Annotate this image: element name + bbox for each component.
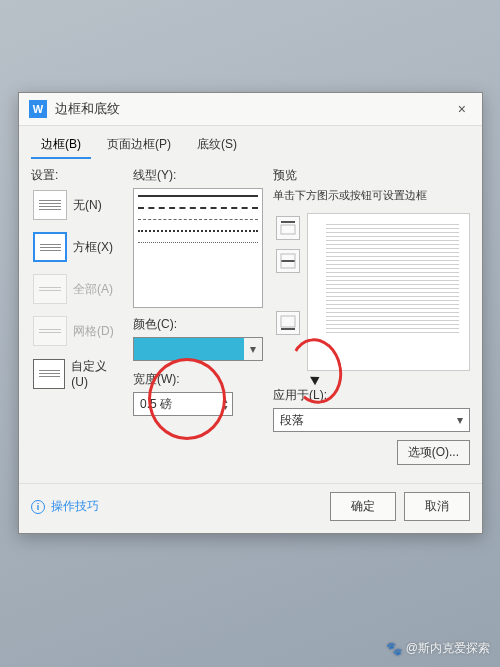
titlebar: W 边框和底纹 × <box>19 93 482 126</box>
watermark-text: @斯内克爱探索 <box>406 640 490 657</box>
options-button[interactable]: 选项(O)... <box>397 440 470 465</box>
line-style-label: 线型(Y): <box>133 167 263 184</box>
preview-paragraph <box>326 224 459 336</box>
line-style-dash[interactable] <box>138 207 258 209</box>
setting-custom-label: 自定义(U) <box>71 358 121 389</box>
apply-to-dropdown[interactable]: 段落 ▾ <box>273 408 470 432</box>
apply-to-value: 段落 <box>274 412 451 429</box>
line-style-dot-thin[interactable] <box>138 242 258 243</box>
setting-custom[interactable]: 自定义(U) <box>31 356 123 391</box>
dialog-body: 设置: 无(N) 方框(X) 全部(A) <box>19 159 482 477</box>
chevron-down-icon: ▾ <box>451 413 469 427</box>
ok-button[interactable]: 确定 <box>330 492 396 521</box>
custom-icon <box>33 359 65 389</box>
svg-rect-5 <box>281 316 295 327</box>
setting-box[interactable]: 方框(X) <box>31 230 123 264</box>
apply-to-label: 应用于(L): <box>273 387 470 404</box>
line-style-solid[interactable] <box>138 195 258 197</box>
tips-link[interactable]: i 操作技巧 <box>31 498 322 515</box>
line-style-dot[interactable] <box>138 230 258 232</box>
style-column: 线型(Y): 颜色(C): ▾ 宽度(W): 0.5 磅 ▲▼ <box>133 167 263 471</box>
border-bottom-button[interactable] <box>276 311 300 335</box>
preview-area <box>273 213 470 371</box>
tab-border[interactable]: 边框(B) <box>31 132 91 159</box>
svg-rect-1 <box>281 225 295 234</box>
width-spinner[interactable]: 0.5 磅 ▲▼ <box>133 392 233 416</box>
border-top-icon <box>280 220 296 236</box>
apply-to-row: 应用于(L): 段落 ▾ 选项(O)... <box>273 387 470 465</box>
preview-column: 预览 单击下方图示或按钮可设置边框 <box>273 167 470 471</box>
preview-label: 预览 <box>273 167 470 184</box>
tab-page-border[interactable]: 页面边框(P) <box>97 132 181 159</box>
color-dropdown[interactable]: ▾ <box>133 337 263 361</box>
chevron-down-icon: ▾ <box>244 342 262 356</box>
preview-desc: 单击下方图示或按钮可设置边框 <box>273 188 470 203</box>
paw-icon: 🐾 <box>386 641 402 656</box>
color-swatch <box>134 338 244 360</box>
setting-grid[interactable]: 网格(D) <box>31 314 123 348</box>
width-value: 0.5 磅 <box>134 396 222 413</box>
wps-app-icon: W <box>29 100 47 118</box>
preview-canvas[interactable] <box>307 213 470 371</box>
setting-all[interactable]: 全部(A) <box>31 272 123 306</box>
setting-none[interactable]: 无(N) <box>31 188 123 222</box>
border-top-button[interactable] <box>276 216 300 240</box>
color-label: 颜色(C): <box>133 316 263 333</box>
tab-shading[interactable]: 底纹(S) <box>187 132 247 159</box>
tab-strip: 边框(B) 页面边框(P) 底纹(S) <box>19 126 482 159</box>
setting-grid-label: 网格(D) <box>73 323 114 340</box>
dialog-title: 边框和底纹 <box>55 100 452 118</box>
dialog-footer: i 操作技巧 确定 取消 <box>19 483 482 533</box>
width-label: 宽度(W): <box>133 371 263 388</box>
settings-label: 设置: <box>31 167 123 184</box>
border-middle-button[interactable] <box>276 249 300 273</box>
none-icon <box>33 190 67 220</box>
line-style-dash-thin[interactable] <box>138 219 258 220</box>
border-bottom-icon <box>280 315 296 331</box>
watermark: 🐾 @斯内克爱探索 <box>386 640 490 657</box>
tips-label: 操作技巧 <box>51 498 99 515</box>
all-icon <box>33 274 67 304</box>
svg-rect-0 <box>281 221 295 223</box>
line-style-list[interactable] <box>133 188 263 308</box>
svg-rect-2 <box>281 260 295 262</box>
svg-rect-4 <box>281 328 295 330</box>
spinner-arrows[interactable]: ▲▼ <box>222 397 232 411</box>
setting-all-label: 全部(A) <box>73 281 113 298</box>
setting-none-label: 无(N) <box>73 197 102 214</box>
setting-box-label: 方框(X) <box>73 239 113 256</box>
cancel-button[interactable]: 取消 <box>404 492 470 521</box>
borders-shading-dialog: W 边框和底纹 × 边框(B) 页面边框(P) 底纹(S) 设置: 无(N) 方… <box>18 92 483 534</box>
border-middle-icon <box>280 253 296 269</box>
box-icon <box>33 232 67 262</box>
settings-column: 设置: 无(N) 方框(X) 全部(A) <box>31 167 123 471</box>
info-icon: i <box>31 500 45 514</box>
close-icon[interactable]: × <box>452 99 472 119</box>
grid-icon <box>33 316 67 346</box>
